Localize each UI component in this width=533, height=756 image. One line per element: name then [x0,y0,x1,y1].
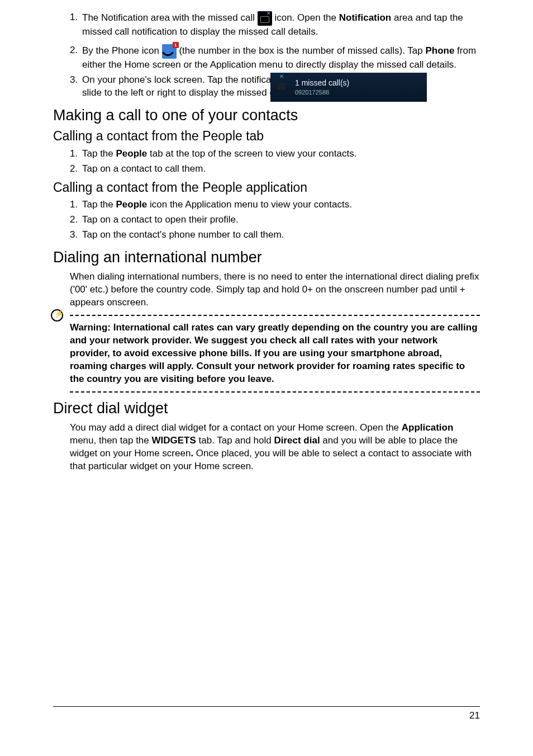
list-item: 1. The Notification area with the missed… [70,11,480,39]
lockscreen-missed-call-notification: ☎ 1 missed call(s) 0920172588 [270,73,427,102]
list-item: 1. Tap the People tab at the top of the … [70,148,480,160]
list-number: 1. [70,11,82,39]
missed-call-number: 0920172588 [295,88,349,97]
list-item: 3. Tap on the contact's phone number to … [70,229,480,242]
list-body: The Notification area with the missed ca… [82,11,480,39]
heading-making-a-call: Making a call to one of your contacts [53,106,480,124]
warning-icon [51,309,63,322]
list-item: 3. On your phone's lock screen. Tap the … [70,74,480,100]
warning-text: Warning: International call rates can va… [70,322,480,386]
missed-call-notification-icon [258,11,272,26]
phone-badge-icon [162,44,177,59]
international-paragraph: When dialing international numbers, ther… [53,271,480,309]
list-number: 3. [70,74,82,100]
list-body: By the Phone icon (the number in the box… [82,44,480,72]
list-item: 2. Tap on a contact to call them. [70,163,480,176]
list-item: 1. Tap the People icon the Application m… [70,199,480,211]
heading-calling-from-people-tab: Calling a contact from the People tab [53,129,480,144]
missed-call-small-icon: ☎ [276,81,289,93]
people-app-steps: 1. Tap the People icon the Application m… [53,199,480,242]
list-item: 2. By the Phone icon (the number in the … [70,44,480,72]
warning-block: Warning: International call rates can va… [70,315,480,393]
people-tab-steps: 1. Tap the People tab at the top of the … [53,148,480,176]
page-number: 21 [469,710,480,721]
direct-dial-paragraph: You may add a direct dial widget for a c… [53,422,480,473]
heading-dialing-international: Dialing an international number [53,248,480,266]
list-number: 2. [70,44,82,72]
missed-call-text: 1 missed call(s) 0920172588 [295,78,349,97]
list-item: 2. Tap on a contact to open their profil… [70,214,480,226]
heading-direct-dial-widget: Direct dial widget [53,399,480,417]
missed-call-count: 1 missed call(s) [295,78,349,88]
heading-calling-from-people-app: Calling a contact from the People applic… [53,180,480,196]
page-footer: 21 [53,706,480,721]
missed-call-locations-list: 1. The Notification area with the missed… [53,11,480,100]
